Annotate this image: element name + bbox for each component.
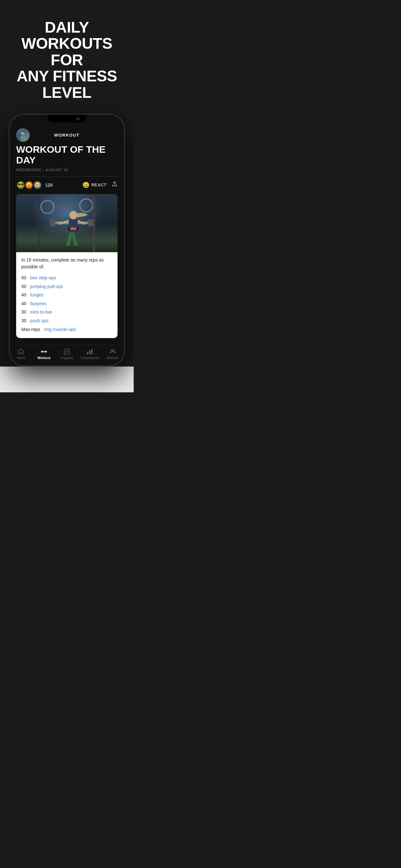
exercise-name[interactable]: box step-ups	[30, 274, 56, 282]
svg-rect-25	[91, 349, 92, 354]
emoji-happy: 😎	[16, 181, 25, 190]
nav-label-home: Home	[17, 356, 26, 360]
nav-item-progress[interactable]: Progress	[56, 348, 79, 360]
divider	[16, 176, 118, 177]
content-area: WORKOUT OF THE DAY WEDNESDAY - AUGUST 30…	[10, 142, 124, 345]
nav-item-workout[interactable]: Workout	[33, 348, 56, 360]
exercise-name[interactable]: push ups	[30, 316, 49, 325]
svg-point-5	[80, 199, 93, 212]
emoji-fire: 😠	[25, 181, 34, 190]
nav-item-home[interactable]: Home	[10, 348, 33, 360]
svg-rect-10	[88, 219, 93, 226]
svg-point-14	[82, 221, 86, 225]
hero-section: DAILY WORKOUTS FOR ANY FITNESS LEVEL	[0, 0, 134, 114]
athlete-svg	[28, 197, 105, 252]
nav-label-progress: Progress	[60, 356, 73, 360]
workout-date: WEDNESDAY - AUGUST 30	[16, 168, 118, 172]
react-actions: 😄 REACT	[82, 181, 118, 189]
exercise-item-6: 30 push ups	[21, 316, 112, 325]
exercise-item-5: 30 toes-to-bar	[21, 308, 112, 316]
workout-text: In 15 minutes, complete as many reps as …	[16, 252, 118, 338]
exercise-item-1: 50 box step-ups	[21, 274, 112, 282]
nav-item-athletes[interactable]: Athletes	[101, 348, 124, 360]
svg-point-26	[112, 349, 114, 351]
avatar[interactable]	[16, 128, 30, 142]
exercise-number: 30	[21, 316, 27, 325]
athletes-icon	[109, 348, 116, 355]
exercise-name[interactable]: lunges	[30, 290, 43, 299]
phone-notch	[48, 115, 86, 122]
react-label: REACT	[91, 182, 106, 187]
avatar-image	[16, 128, 30, 142]
exercise-item-7: Max-reps ring muscle-ups	[21, 325, 112, 334]
app-header-title: WORKOUT	[54, 133, 80, 137]
svg-point-13	[58, 221, 62, 225]
svg-rect-21	[43, 351, 45, 352]
svg-rect-7	[38, 197, 40, 252]
exercise-item-3: 40 lunges	[21, 290, 112, 299]
workout-card: In 15 minutes, complete as many reps as …	[16, 194, 118, 338]
emoji-group: 😎 😠 😊 120	[16, 181, 53, 190]
nav-item-competitions[interactable]: Competitions	[78, 348, 101, 360]
workout-description: In 15 minutes, complete as many reps as …	[21, 257, 112, 270]
exercise-name[interactable]: burpees	[30, 299, 47, 308]
svg-rect-19	[42, 350, 43, 352]
progress-icon	[63, 348, 70, 355]
home-icon	[18, 348, 25, 355]
svg-point-11	[69, 211, 77, 219]
svg-point-4	[41, 200, 54, 213]
svg-rect-20	[45, 350, 46, 352]
reactions-row: 😎 😠 😊 120 😄 REACT	[16, 181, 118, 190]
svg-rect-9	[50, 219, 55, 226]
svg-point-1	[20, 135, 26, 140]
svg-point-3	[24, 134, 25, 135]
workout-image	[16, 194, 118, 252]
exercise-item-2: 50 jumping pull-ups	[21, 282, 112, 291]
exercise-number: 40	[21, 290, 27, 299]
phone-top-bar	[10, 115, 124, 129]
hero-title: DAILY WORKOUTS FOR ANY FITNESS LEVEL	[10, 20, 124, 101]
nav-label-workout: Workout	[37, 356, 50, 360]
bottom-background	[0, 367, 134, 392]
svg-rect-23	[87, 352, 89, 354]
svg-rect-18	[46, 351, 47, 352]
nav-label-athletes: Athletes	[107, 356, 119, 360]
workout-icon	[40, 348, 48, 355]
exercise-item-4: 40 burpees	[21, 299, 112, 308]
exercise-name[interactable]: jumping pull-ups	[30, 282, 63, 291]
phone-screen: WORKOUT WORKOUT OF THE DAY WEDNESDAY - A…	[10, 129, 124, 366]
react-button[interactable]: 😄 REACT	[82, 182, 106, 189]
exercise-name[interactable]: ring muscle-ups	[44, 325, 76, 334]
reaction-count: 120	[45, 182, 53, 188]
exercise-number: 40	[21, 299, 27, 308]
svg-rect-16	[70, 227, 76, 230]
app-header: WORKOUT	[10, 129, 124, 142]
exercise-number: 50	[21, 282, 27, 291]
share-button[interactable]	[112, 181, 118, 189]
nav-label-competitions: Competitions	[81, 356, 99, 360]
workout-title: WORKOUT OF THE DAY	[16, 144, 118, 165]
svg-point-28	[114, 350, 115, 351]
phone-mockup: WORKOUT WORKOUT OF THE DAY WEDNESDAY - A…	[9, 114, 125, 367]
react-emoji-icon: 😄	[82, 182, 90, 189]
svg-rect-17	[41, 351, 42, 352]
exercise-name[interactable]: toes-to-bar	[30, 308, 52, 316]
competitions-icon	[86, 348, 93, 355]
emoji-cool: 😊	[33, 181, 42, 190]
exercise-number: 30	[21, 308, 27, 316]
bottom-nav: Home Workout Progress	[10, 345, 124, 366]
svg-point-2	[21, 132, 23, 134]
svg-rect-24	[89, 350, 90, 354]
exercise-number: Max-reps	[21, 325, 40, 334]
exercise-number: 50	[21, 274, 27, 282]
svg-point-27	[110, 350, 112, 351]
exercise-list: 50 box step-ups 50 jumping pull-ups 40	[21, 274, 112, 334]
phone-camera	[76, 117, 80, 120]
svg-rect-22	[64, 349, 70, 354]
